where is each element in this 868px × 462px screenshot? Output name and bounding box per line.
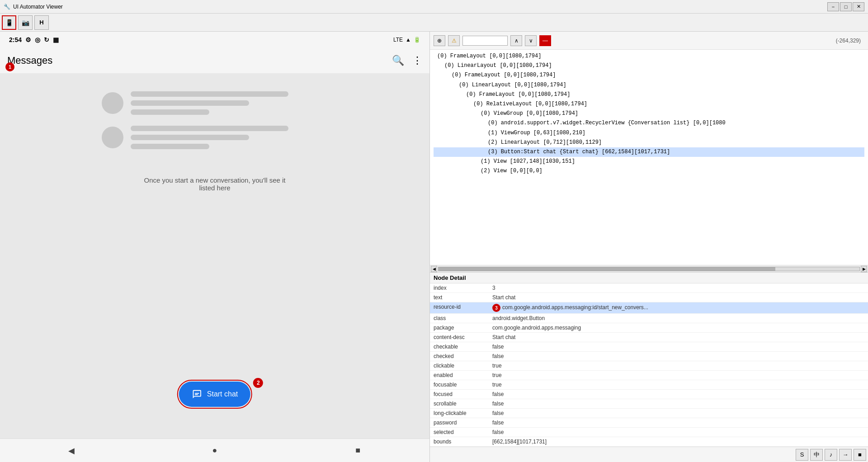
- start-chat-button-wrapper: Start chat 2: [179, 382, 250, 407]
- node-detail-row: clickabletrue: [430, 361, 868, 371]
- scroll-left-button[interactable]: ◀: [431, 266, 437, 272]
- signal-icon: ▲: [406, 37, 411, 43]
- skeleton-item-2: [102, 126, 328, 149]
- app-bar-icons: 🔍 ⋮: [392, 55, 422, 66]
- hierarchy-button[interactable]: H: [34, 15, 49, 30]
- node-detail-panel: Node Detail index3textStart chatresource…: [430, 272, 868, 447]
- down-button[interactable]: ∨: [525, 35, 537, 46]
- signal-icons: LTE ▲ 🔋: [393, 37, 420, 43]
- badge-3: 3: [492, 304, 500, 312]
- node-detail-value: false: [489, 428, 868, 437]
- nav-bar: ◀ ● ■: [0, 438, 429, 462]
- tree-panel[interactable]: (0) FrameLayout [0,0][1080,1794](0) Line…: [430, 50, 868, 265]
- bottom-btn-chinese[interactable]: 中: [810, 449, 823, 461]
- app-bar: Messages 🔍 ⋮: [0, 48, 429, 73]
- minimize-button[interactable]: −: [827, 2, 839, 11]
- node-detail-row: long-clickablefalse: [430, 409, 868, 418]
- main-content: 1 2:54 ⚙ ◎ ↻ ▦ LTE ▲ 🔋 Messages 🔍 ⋮: [0, 32, 868, 462]
- tree-item[interactable]: (2) View [0,0][0,0]: [434, 166, 864, 176]
- tree-item[interactable]: (0) LinearLayout [0,0][1080,1794]: [434, 80, 864, 90]
- tree-item[interactable]: (0) FrameLayout [0,0][1080,1794]: [434, 71, 864, 80]
- close-button[interactable]: —: [539, 35, 551, 46]
- node-detail-row: bounds[662,1584][1017,1731]: [430, 437, 868, 447]
- node-detail-key: class: [430, 314, 489, 323]
- back-nav-button[interactable]: ◀: [61, 441, 81, 461]
- node-detail-value: 3: [489, 283, 868, 293]
- tree-item[interactable]: (0) RelativeLayout [0,0][1080,1794]: [434, 99, 864, 109]
- node-detail-value: android.widget.Button: [489, 314, 868, 323]
- node-detail-value: false: [489, 418, 868, 428]
- app-icon: 🔧: [4, 4, 10, 10]
- home-nav-button[interactable]: ●: [205, 441, 225, 461]
- start-chat-button[interactable]: Start chat: [179, 382, 250, 407]
- bottom-btn-arrow[interactable]: →: [839, 449, 852, 461]
- node-detail-row: textStart chat: [430, 293, 868, 302]
- search-input[interactable]: [462, 36, 508, 46]
- scroll-right-button[interactable]: ▶: [861, 266, 867, 272]
- node-detail-key: long-clickable: [430, 409, 489, 418]
- skeleton-line: [131, 91, 288, 97]
- node-detail-key: scrollable: [430, 399, 489, 409]
- bottom-btn-music[interactable]: ♪: [825, 449, 837, 461]
- node-detail-key: package: [430, 323, 489, 333]
- tree-item[interactable]: (1) ViewGroup [0,63][1080,210]: [434, 128, 864, 138]
- node-detail-value: [662,1584][1017,1731]: [489, 437, 868, 447]
- node-detail-key: selected: [430, 428, 489, 437]
- node-detail-value: 3com.google.android.apps.messaging:id/st…: [489, 302, 868, 314]
- badge-2: 2: [253, 378, 263, 388]
- bottom-btn-stop[interactable]: ■: [854, 449, 866, 461]
- close-button[interactable]: ✕: [853, 2, 864, 11]
- refresh-icon: ↻: [44, 36, 49, 43]
- node-detail-key: password: [430, 418, 489, 428]
- title-bar-left: 🔧 UI Automator Viewer: [4, 4, 63, 10]
- node-detail-header: Node Detail: [430, 273, 868, 283]
- tree-item[interactable]: (0) android.support.v7.widget.RecyclerVi…: [434, 118, 864, 128]
- add-button[interactable]: ⊕: [434, 35, 445, 46]
- tree-item[interactable]: (3) Button:Start chat {Start chat} [662,…: [434, 147, 864, 157]
- skeleton-avatar-1: [102, 92, 123, 114]
- empty-state: Once you start a new conversation, you'l…: [144, 176, 285, 192]
- battery-icon: ▦: [53, 36, 59, 43]
- battery-level-icon: 🔋: [414, 37, 420, 43]
- tree-item[interactable]: (0) FrameLayout [0,0][1080,1794]: [434, 52, 864, 61]
- restore-button[interactable]: □: [840, 2, 852, 11]
- right-toolbar: ⊕ ⚠ ∧ ∨ — (-264,329): [430, 32, 868, 50]
- node-detail-key: bounds: [430, 437, 489, 447]
- node-detail-key: focused: [430, 390, 489, 399]
- tree-item[interactable]: (1) View [1027,148][1030,151]: [434, 157, 864, 166]
- tree-item[interactable]: (0) LinearLayout [0,0][1080,1794]: [434, 61, 864, 71]
- up-button[interactable]: ∧: [510, 35, 522, 46]
- node-detail-value: false: [489, 399, 868, 409]
- tree-item[interactable]: (0) FrameLayout [0,0][1080,1794]: [434, 90, 864, 99]
- scroll-thumb[interactable]: [439, 267, 775, 271]
- skeleton-line: [131, 126, 288, 131]
- node-detail-key: checked: [430, 352, 489, 361]
- horizontal-scrollbar[interactable]: ◀ ▶: [430, 265, 868, 272]
- search-icon[interactable]: 🔍: [392, 55, 404, 66]
- skeleton-line: [131, 144, 209, 149]
- node-detail-value: true: [489, 371, 868, 380]
- node-detail-value: com.google.android.apps.messaging: [489, 323, 868, 333]
- refresh-button[interactable]: 📷: [18, 15, 33, 30]
- node-detail-value: false: [489, 342, 868, 352]
- skeleton-lines-1: [131, 91, 328, 115]
- node-detail-value: Start chat: [489, 293, 868, 302]
- node-detail-row: passwordfalse: [430, 418, 868, 428]
- title-bar-buttons: − □ ✕: [827, 2, 864, 11]
- screenshot-button[interactable]: 📱: [2, 15, 16, 30]
- scroll-track[interactable]: [438, 267, 860, 271]
- right-bottom-toolbar: S 中 ♪ → ■: [430, 447, 868, 462]
- node-detail-value: false: [489, 409, 868, 418]
- warning-button[interactable]: ⚠: [448, 35, 460, 46]
- recents-nav-button[interactable]: ■: [348, 441, 368, 461]
- node-detail-row: selectedfalse: [430, 428, 868, 437]
- skeleton-line: [131, 135, 249, 140]
- more-options-icon[interactable]: ⋮: [412, 55, 422, 66]
- svg-rect-0: [195, 393, 199, 394]
- node-detail-row: checkedfalse: [430, 352, 868, 361]
- tree-item[interactable]: (2) LinearLayout [0,712][1080,1129]: [434, 138, 864, 147]
- title-bar: 🔧 UI Automator Viewer − □ ✕: [0, 0, 868, 14]
- bottom-btn-s[interactable]: S: [796, 449, 808, 461]
- tree-item[interactable]: (0) ViewGroup [0,0][1080,1794]: [434, 109, 864, 118]
- status-time: 2:54 ⚙ ◎ ↻ ▦: [9, 36, 59, 43]
